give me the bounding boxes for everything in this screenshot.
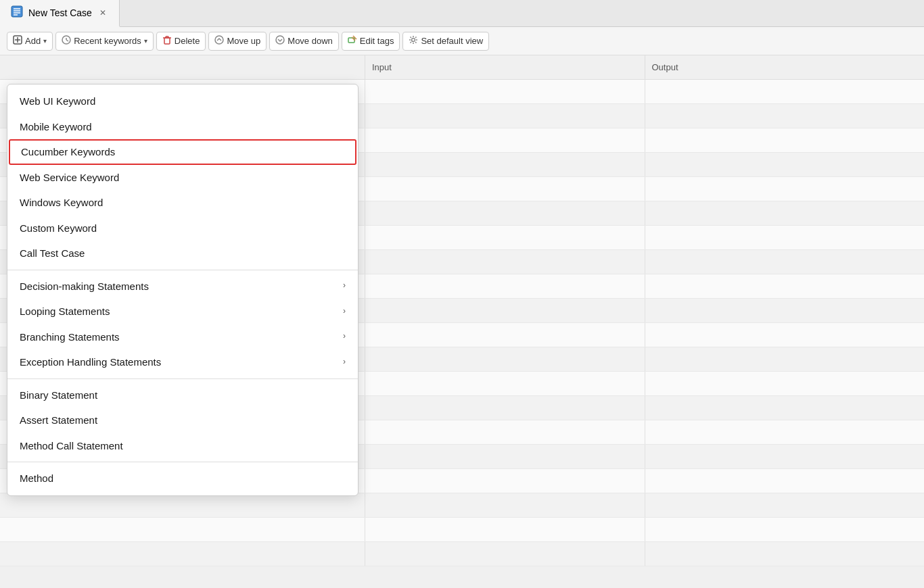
svg-point-17 [276, 36, 284, 44]
row-output-cell [645, 274, 925, 298]
menu-item[interactable]: Windows Keyword [7, 190, 358, 216]
submenu-chevron-icon: › [343, 306, 346, 317]
menu-item[interactable]: Web Service Keyword [7, 165, 358, 191]
row-output-cell [645, 493, 925, 517]
set-default-view-button[interactable]: Set default view [402, 32, 489, 51]
menu-separator [7, 378, 358, 379]
row-input-cell [365, 518, 645, 541]
row-input-cell [365, 323, 645, 347]
row-input-cell [365, 177, 645, 201]
row-input-cell [365, 128, 645, 152]
edit-tags-icon [348, 35, 357, 47]
add-label: Add [25, 36, 41, 46]
new-test-case-tab[interactable]: New Test Case ✕ [0, 0, 120, 27]
svg-point-16 [215, 36, 223, 44]
row-output-cell [645, 323, 925, 347]
gear-icon [409, 35, 418, 47]
menu-item-label: Method [20, 472, 53, 485]
add-dropdown-arrow: ▾ [43, 37, 47, 45]
set-default-view-label: Set default view [421, 36, 483, 46]
row-output-cell [645, 299, 925, 322]
row-output-cell [645, 542, 925, 566]
tab-icon [11, 5, 23, 20]
table-row [0, 518, 924, 542]
row-input-cell [365, 542, 645, 566]
row-output-cell [645, 347, 925, 371]
row-input-cell [365, 201, 645, 225]
row-input-cell [365, 226, 645, 249]
menu-item[interactable]: Mobile Keyword [7, 114, 358, 140]
row-output-cell [645, 177, 925, 201]
menu-item[interactable]: Looping Statements› [7, 299, 358, 324]
move-down-icon [275, 35, 285, 47]
table-row [0, 493, 924, 518]
menu-item[interactable]: Exception Handling Statements› [7, 349, 358, 375]
row-input-cell [365, 493, 645, 517]
svg-line-10 [66, 40, 68, 41]
row-output-cell [645, 420, 925, 444]
add-button[interactable]: Add ▾ [7, 32, 53, 51]
toolbar: Add ▾ Recent keywords ▾ Delete Move up M… [0, 27, 924, 55]
row-input-cell [365, 469, 645, 493]
menu-item[interactable]: Method [7, 466, 358, 491]
move-down-button[interactable]: Move down [269, 32, 338, 51]
menu-item[interactable]: Method Call Statement [7, 433, 358, 459]
menu-item-label: Cucumber Keywords [21, 145, 115, 159]
row-output-cell [645, 518, 925, 541]
row-input-cell [365, 104, 645, 128]
row-output-cell [645, 396, 925, 420]
row-input-cell [365, 80, 645, 103]
row-input-cell [365, 396, 645, 420]
move-up-label: Move up [227, 36, 260, 46]
recent-keywords-button[interactable]: Recent keywords ▾ [55, 32, 154, 51]
row-input-cell [365, 372, 645, 395]
menu-item-label: Looping Statements [20, 305, 110, 318]
delete-button[interactable]: Delete [156, 32, 206, 51]
col-item-header [0, 55, 365, 79]
menu-separator [7, 462, 358, 462]
menu-item[interactable]: Decision-making Statements› [7, 274, 358, 299]
tab-bar: New Test Case ✕ [0, 0, 924, 27]
menu-item-label: Exception Handling Statements [20, 356, 161, 369]
col-input-header: Input [365, 55, 645, 79]
menu-item[interactable]: Web UI Keyword [7, 89, 358, 114]
edit-tags-button[interactable]: Edit tags [342, 32, 400, 51]
row-input-cell [365, 299, 645, 322]
move-up-button[interactable]: Move up [208, 32, 267, 51]
menu-item-label: Decision-making Statements [20, 280, 149, 293]
menu-item-label: Method Call Statement [20, 439, 123, 453]
add-dropdown-menu: Web UI KeywordMobile KeywordCucumber Key… [7, 84, 359, 496]
menu-item[interactable]: Cucumber Keywords [9, 139, 356, 165]
menu-item[interactable]: Call Test Case [7, 241, 358, 266]
table-header: Input Output [0, 55, 924, 80]
col-output-header: Output [645, 55, 925, 79]
table-row [0, 542, 924, 566]
tab-close-button[interactable]: ✕ [97, 7, 108, 18]
row-output-cell [645, 250, 925, 274]
delete-label: Delete [175, 36, 200, 46]
tab-label: New Test Case [28, 7, 92, 18]
main-content: Input Output [0, 55, 924, 588]
row-item-cell [0, 542, 365, 566]
menu-item-label: Windows Keyword [20, 196, 103, 210]
row-output-cell [645, 445, 925, 468]
edit-tags-label: Edit tags [360, 36, 394, 46]
row-output-cell [645, 372, 925, 395]
svg-point-21 [412, 39, 415, 42]
trash-icon [162, 35, 172, 47]
menu-item-label: Custom Keyword [20, 222, 97, 235]
menu-item[interactable]: Assert Statement [7, 408, 358, 433]
row-output-cell [645, 104, 925, 128]
move-up-icon [214, 35, 224, 47]
menu-item[interactable]: Custom Keyword [7, 216, 358, 241]
menu-item-label: Mobile Keyword [20, 120, 92, 134]
row-output-cell [645, 153, 925, 176]
menu-item[interactable]: Branching Statements› [7, 324, 358, 350]
row-item-cell [0, 518, 365, 541]
menu-item[interactable]: Binary Statement [7, 383, 358, 408]
row-output-cell [645, 201, 925, 225]
row-input-cell [365, 153, 645, 176]
move-down-label: Move down [287, 36, 332, 46]
row-output-cell [645, 226, 925, 249]
row-input-cell [365, 445, 645, 468]
